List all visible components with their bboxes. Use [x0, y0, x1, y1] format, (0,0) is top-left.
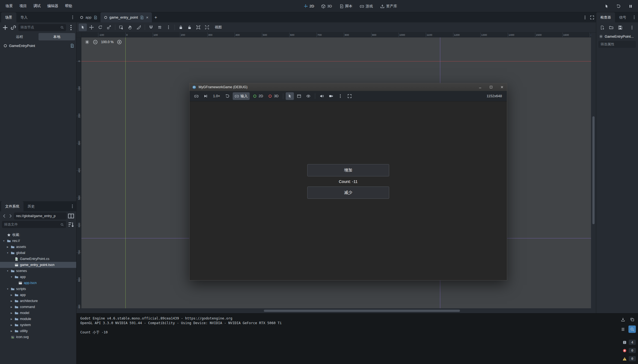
- path-field[interactable]: res://global/game_entry_p: [14, 212, 67, 220]
- increase-button[interactable]: 增加: [307, 164, 389, 176]
- close-tab-icon[interactable]: ×: [146, 15, 149, 19]
- scene-tab-game_entry_point[interactable]: game_entry_point×: [101, 12, 152, 22]
- pause-button[interactable]: [627, 3, 634, 10]
- collapse-arrow-icon[interactable]: ▼: [6, 288, 9, 290]
- sort-icon[interactable]: [68, 221, 74, 228]
- forward-icon[interactable]: [8, 213, 13, 219]
- scene-dock-tab-1[interactable]: 导入: [16, 12, 32, 22]
- horizontal-scrollbar[interactable]: [81, 308, 591, 313]
- fs-item[interactable]: ▼scripts: [0, 286, 76, 292]
- copy-button[interactable]: [628, 316, 636, 323]
- ruler-button[interactable]: [135, 23, 143, 31]
- expand-arrow-icon[interactable]: ▶: [10, 300, 13, 302]
- search-button[interactable]: [628, 325, 636, 333]
- fs-item[interactable]: game_entry_point.tscn: [0, 262, 76, 268]
- kebab-icon[interactable]: [632, 12, 636, 22]
- menubar-menu-1[interactable]: 项目: [16, 2, 30, 10]
- camera-button[interactable]: [327, 92, 335, 100]
- fs-item[interactable]: C#GameEntryPoint.cs: [0, 256, 76, 262]
- game-window-titlebar[interactable]: MyGFrameworkGame (DEBUG): [190, 83, 507, 91]
- add-node-icon[interactable]: [2, 24, 8, 31]
- fs-item[interactable]: ▼res://: [0, 238, 76, 244]
- filter-properties-input[interactable]: 筛选属性: [598, 41, 636, 48]
- fs-item[interactable]: ▶app: [0, 292, 76, 298]
- kebab-icon[interactable]: [70, 201, 75, 211]
- fs-item[interactable]: ▼scenes: [0, 268, 76, 274]
- next-frame-button[interactable]: [202, 92, 210, 100]
- warning-filter[interactable]: 0: [622, 356, 636, 361]
- cursor-button[interactable]: [286, 92, 294, 100]
- workspace-button-资产库[interactable]: 资产库: [377, 2, 400, 10]
- remote-button[interactable]: 远程: [1, 33, 38, 40]
- fs-item[interactable]: ▶model: [0, 310, 76, 316]
- list-select-button[interactable]: [117, 23, 125, 31]
- inspector-node-row[interactable]: GameEntryPoint...: [596, 32, 638, 40]
- grid-snap-button[interactable]: [156, 23, 164, 31]
- message-filter[interactable]: 4: [622, 340, 636, 345]
- fs-item[interactable]: ▼app: [0, 274, 76, 280]
- menubar-menu-3[interactable]: 编辑器: [44, 2, 62, 10]
- maximize-button[interactable]: [487, 84, 495, 91]
- game-button[interactable]: [192, 92, 200, 100]
- kebab-button[interactable]: [164, 23, 173, 31]
- fs-item[interactable]: ▶assets: [0, 244, 76, 250]
- inspector-tab-0[interactable]: 检查器: [596, 12, 615, 22]
- move-tool-button[interactable]: [87, 23, 96, 31]
- new-tab-button[interactable]: +: [152, 12, 160, 22]
- zoom-level[interactable]: 100.0 %: [101, 40, 114, 44]
- fs-item[interactable]: app.tscn: [0, 280, 76, 286]
- minimize-button[interactable]: [476, 84, 485, 91]
- cursor-button[interactable]: [603, 3, 610, 10]
- workspace-button-脚本[interactable]: 脚本: [336, 2, 356, 10]
- fullscreen-button[interactable]: [345, 92, 354, 100]
- local-button[interactable]: 本地: [39, 33, 75, 40]
- collapse-arrow-icon[interactable]: ▼: [6, 252, 9, 254]
- eye-button[interactable]: [304, 92, 312, 100]
- fs-item[interactable]: 收藏:: [0, 232, 76, 238]
- scene-tab-app[interactable]: app: [76, 12, 101, 22]
- expand-arrow-icon[interactable]: ▶: [6, 246, 9, 248]
- expand-arrow-icon[interactable]: ▶: [10, 294, 13, 296]
- export-button[interactable]: [619, 316, 627, 323]
- menubar-menu-2[interactable]: 调试: [30, 2, 44, 10]
- collapse-arrow-icon[interactable]: ▼: [2, 240, 5, 242]
- zoom-in-icon[interactable]: [117, 40, 122, 45]
- panel-button[interactable]: [295, 92, 303, 100]
- list-button[interactable]: [619, 325, 627, 333]
- split-view-icon[interactable]: [68, 213, 74, 219]
- instance-scene-icon[interactable]: [10, 24, 17, 31]
- script-icon[interactable]: [70, 44, 74, 48]
- 2d-viewport[interactable]: 100.0 % MyGFrameworkGame (DEBUG) 1.0×输入2…: [81, 37, 591, 308]
- filesystem-tab-1[interactable]: 历史: [23, 201, 39, 211]
- select-tool-button[interactable]: [79, 23, 87, 31]
- expand-arrow-icon[interactable]: ▶: [10, 312, 13, 314]
- camera-2d-button[interactable]: 2D: [251, 92, 265, 100]
- scene-tree-root-node[interactable]: GameEntryPoint: [0, 42, 76, 49]
- fs-item[interactable]: icon.svg: [0, 334, 76, 340]
- unlock-button[interactable]: [185, 23, 194, 31]
- camera-3d-button[interactable]: 3D: [266, 92, 280, 100]
- pan-button[interactable]: [126, 23, 134, 31]
- menubar-menu-0[interactable]: 场景: [2, 2, 16, 10]
- expand-arrow-icon[interactable]: ▶: [10, 324, 13, 326]
- menubar-menu-4[interactable]: 帮助: [62, 2, 76, 10]
- filter-files-input[interactable]: 筛选文件: [2, 221, 66, 228]
- close-button[interactable]: [498, 84, 506, 91]
- collapse-arrow-icon[interactable]: ▼: [10, 276, 13, 278]
- input-mode-button[interactable]: 输入: [233, 92, 250, 100]
- fs-item[interactable]: ▶architecture: [0, 298, 76, 304]
- view-menu-button[interactable]: 视图: [212, 23, 225, 31]
- vertical-scrollbar[interactable]: [591, 37, 596, 308]
- center-view-icon[interactable]: [85, 40, 90, 45]
- fs-item[interactable]: ▶system: [0, 322, 76, 328]
- workspace-button-游戏[interactable]: 游戏: [357, 2, 376, 10]
- scale-tool-button[interactable]: [105, 23, 113, 31]
- expand-arrow-icon[interactable]: ▶: [10, 318, 13, 320]
- fs-item[interactable]: ▶utility: [0, 328, 76, 334]
- zoom-out-icon[interactable]: [93, 40, 98, 45]
- group-button[interactable]: [194, 23, 202, 31]
- kebab-button[interactable]: [336, 92, 344, 100]
- error-filter[interactable]: 0: [622, 348, 636, 353]
- kebab-icon[interactable]: [583, 15, 587, 20]
- new-resource-button[interactable]: [599, 24, 605, 31]
